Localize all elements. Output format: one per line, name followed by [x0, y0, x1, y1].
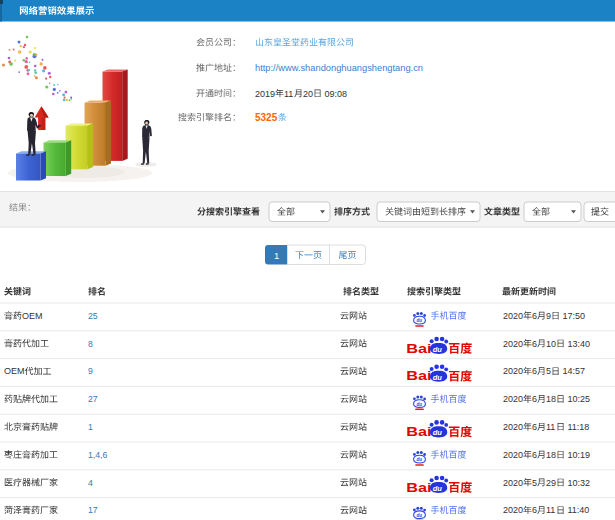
svg-text:25: 25 — [88, 311, 98, 321]
svg-text:2020: 2020 — [503, 450, 523, 460]
svg-text:11:18: 11:18 — [568, 422, 590, 432]
svg-text:17: 17 — [88, 505, 98, 515]
svg-text:8: 8 — [88, 339, 93, 349]
svg-text:1: 1 — [88, 422, 93, 432]
svg-text:27: 27 — [88, 394, 98, 404]
svg-text:4: 4 — [88, 478, 93, 488]
svg-text:http://www.shandonghuangshengt: http://www.shandonghuangshengtang.cn — [255, 63, 423, 73]
svg-text:18: 18 — [546, 450, 556, 460]
svg-text:2019: 2019 — [255, 89, 275, 99]
svg-text:10:19: 10:19 — [568, 450, 591, 460]
svg-text:10:32: 10:32 — [568, 478, 591, 488]
svg-text:1,4,6: 1,4,6 — [88, 450, 107, 460]
svg-text:14:57: 14:57 — [563, 366, 586, 376]
svg-text:2020: 2020 — [503, 339, 523, 349]
svg-text:9: 9 — [546, 311, 551, 321]
svg-text:29: 29 — [546, 478, 556, 488]
svg-text:2020: 2020 — [503, 478, 523, 488]
svg-text:11: 11 — [284, 89, 293, 99]
svg-text:6: 6 — [532, 394, 537, 404]
svg-text:OEM: OEM — [22, 311, 43, 321]
svg-text:6: 6 — [532, 450, 537, 460]
svg-text:2020: 2020 — [503, 366, 523, 376]
svg-text:10: 10 — [546, 339, 556, 349]
svg-text:2020: 2020 — [503, 311, 523, 321]
svg-text:9: 9 — [88, 366, 93, 376]
svg-text:10:25: 10:25 — [568, 394, 591, 404]
svg-text:2020: 2020 — [503, 505, 523, 515]
svg-text:2020: 2020 — [503, 422, 523, 432]
svg-text:11: 11 — [546, 422, 555, 432]
svg-text:09:08: 09:08 — [325, 89, 348, 99]
svg-text:11:40: 11:40 — [568, 505, 590, 515]
svg-text:1: 1 — [274, 250, 279, 261]
svg-text:18: 18 — [546, 394, 556, 404]
svg-text:6: 6 — [532, 505, 537, 515]
svg-text:5: 5 — [532, 478, 537, 488]
svg-text:5325: 5325 — [255, 112, 278, 123]
svg-text:OEM: OEM — [4, 366, 25, 376]
svg-text:6: 6 — [532, 311, 537, 321]
svg-text:20: 20 — [303, 89, 313, 99]
svg-text:13:40: 13:40 — [568, 339, 591, 349]
svg-text:2020: 2020 — [503, 394, 523, 404]
svg-text:6: 6 — [532, 339, 537, 349]
svg-text:6: 6 — [532, 422, 537, 432]
svg-text:11: 11 — [546, 505, 555, 515]
svg-text:5: 5 — [546, 366, 551, 376]
svg-text:17:50: 17:50 — [563, 311, 586, 321]
svg-text:6: 6 — [532, 366, 537, 376]
